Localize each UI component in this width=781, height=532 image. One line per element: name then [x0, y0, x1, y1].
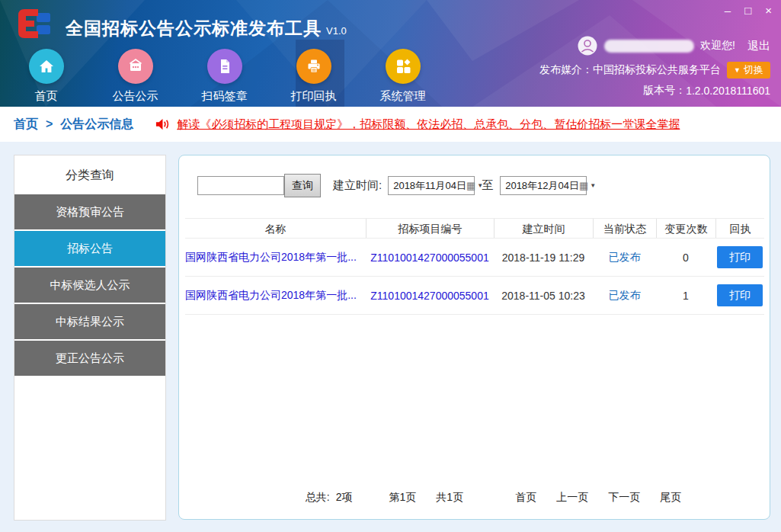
close-button[interactable]: ×: [765, 3, 772, 18]
table-row: 国网陕西省电力公司2018年第一批... Z110100142700005500…: [185, 277, 764, 315]
project-no-link[interactable]: Z1101001427000055001: [366, 252, 494, 264]
avatar-icon: [577, 35, 598, 56]
column-header-created: 建立时间: [494, 219, 593, 238]
header-right-info: 欢迎您! 退出 发布媒介： 中国招标投标公共服务平台 ▼ 切换 版本号： 1.2…: [539, 35, 770, 103]
category-sidebar: 分类查询 资格预审公告 招标公告 中标候选人公示 中标结果公示 更正公告公示: [14, 155, 166, 521]
next-page-button[interactable]: 下一页: [608, 491, 640, 505]
nav-label: 扫码签章: [202, 89, 248, 104]
pagination: 总共: 2项 第1页 共1页 首页 上一页 下一页 尾页: [179, 491, 770, 505]
total-label: 总共:: [306, 491, 330, 505]
version-value: 1.2.0.2018111601: [686, 85, 770, 97]
created-time: 2018-11-05 10:23: [494, 290, 593, 302]
home-icon: [29, 49, 64, 84]
breadcrumb-bar: 首页 > 公告公示信息 解读《必须招标的工程项目规定》，招标限额、依法必招、总承…: [0, 107, 781, 142]
main-panel: 查询 建立时间: 2018年11月04日 ▦ ▼ 至 2018年12月04日 ▦…: [178, 155, 770, 520]
nav-label: 系统管理: [380, 89, 426, 104]
version-row: 版本号： 1.2.0.2018111601: [539, 84, 770, 98]
announcement-table: 名称 招标项目编号 建立时间 当前状态 变更次数 回执 国网陕西省电力公司201…: [185, 218, 764, 315]
nav-label: 首页: [35, 89, 58, 104]
change-count: 0: [656, 252, 715, 264]
printer-icon: [296, 49, 331, 84]
publish-media-value: 中国招标投标公共服务平台: [593, 63, 721, 77]
close-icon: ×: [765, 4, 772, 17]
publish-media-row: 发布媒介： 中国招标投标公共服务平台 ▼ 切换: [539, 62, 770, 79]
current-page-label: 第1页: [389, 491, 417, 505]
breadcrumb-current: 公告公示信息: [60, 117, 133, 133]
user-row: 欢迎您! 退出: [539, 35, 770, 56]
breadcrumb-separator: >: [46, 117, 53, 131]
date-to-value: 2018年12月04日: [505, 179, 579, 193]
window-controls: – □ ×: [725, 3, 772, 18]
nav-item-announcements[interactable]: 公告公示: [91, 49, 180, 104]
date-from-value: 2018年11月04日: [393, 179, 466, 193]
date-from-picker[interactable]: 2018年11月04日 ▦ ▼: [388, 176, 475, 195]
nav-item-system-admin[interactable]: 系统管理: [358, 49, 447, 104]
query-button[interactable]: 查询: [284, 174, 321, 197]
publish-media-label: 发布媒介：: [539, 63, 593, 77]
modules-icon: [386, 49, 421, 84]
sidebar-item-result-publicity[interactable]: 中标结果公示: [14, 304, 165, 339]
app-logo: [15, 8, 56, 40]
calendar-icon: ▦: [466, 180, 475, 191]
print-button[interactable]: 打印: [717, 246, 763, 268]
sidebar-item-correction-publicity[interactable]: 更正公告公示: [14, 341, 165, 376]
sidebar-item-tender-announcement[interactable]: 招标公告: [14, 231, 165, 266]
print-button[interactable]: 打印: [717, 284, 763, 306]
welcome-text: 欢迎您!: [700, 39, 735, 53]
date-to-label: 至: [482, 178, 493, 193]
last-page-button[interactable]: 尾页: [660, 491, 681, 505]
announcement-name-link[interactable]: 国网陕西省电力公司2018年第一批...: [185, 289, 366, 303]
sidebar-title: 分类查询: [14, 155, 165, 194]
sidebar-item-prequalification[interactable]: 资格预审公告: [14, 194, 165, 229]
breadcrumb-home[interactable]: 首页: [14, 117, 38, 133]
notice-marquee: 解读《必须招标的工程项目规定》，招标限额、依法必招、总承包、分包、暂估价招标一堂…: [155, 117, 680, 132]
chevron-down-icon: ▼: [590, 182, 596, 189]
project-no-link[interactable]: Z1101001427000055001: [366, 290, 494, 302]
filter-bar: 查询 建立时间: 2018年11月04日 ▦ ▼ 至 2018年12月04日 ▦…: [197, 174, 587, 197]
column-header-project-no: 招标项目编号: [366, 219, 494, 238]
search-input[interactable]: [197, 176, 284, 195]
total-pages-label: 共1页: [436, 491, 463, 505]
username-redacted: [604, 40, 694, 53]
version-label: 版本号：: [643, 84, 686, 98]
notice-link[interactable]: 解读《必须招标的工程项目规定》，招标限额、依法必招、总承包、分包、暂估价招标一堂…: [177, 117, 680, 132]
nav-item-home[interactable]: 首页: [2, 49, 91, 104]
speaker-icon: [155, 117, 169, 131]
column-header-changes: 变更次数: [656, 219, 715, 238]
nav-item-print-receipt[interactable]: 打印回执: [269, 49, 358, 104]
nav-item-scan-sign[interactable]: 扫码签章: [180, 49, 269, 104]
announcement-name-link[interactable]: 国网陕西省电力公司2018年第一批...: [185, 251, 366, 264]
calendar-icon: ▦: [579, 180, 588, 191]
table-row: 国网陕西省电力公司2018年第一批... Z110100142700005500…: [185, 239, 764, 277]
app-version-tag: V1.0: [326, 25, 347, 37]
nav-label: 公告公示: [113, 89, 158, 104]
minimize-button[interactable]: –: [725, 3, 731, 18]
prev-page-button[interactable]: 上一页: [556, 491, 588, 505]
app-title: 全国招标公告公示标准发布工具V1.0: [66, 17, 347, 40]
nav-label: 打印回执: [291, 89, 337, 104]
total-count: 2项: [336, 491, 353, 505]
date-filter-label: 建立时间:: [333, 178, 382, 193]
document-icon: [207, 49, 242, 84]
column-header-receipt: 回执: [715, 219, 764, 238]
first-page-button[interactable]: 首页: [515, 491, 536, 505]
header-banner: 全国招标公告公示标准发布工具V1.0 – □ × 首页 公告公示 扫码签章: [0, 0, 781, 107]
created-time: 2018-11-19 11:29: [494, 252, 593, 264]
maximize-icon: □: [744, 4, 751, 17]
logout-button[interactable]: 退出: [747, 39, 770, 53]
chevron-down-icon: ▼: [734, 66, 741, 74]
sidebar-item-candidate-publicity[interactable]: 中标候选人公示: [14, 268, 165, 303]
status-badge: 已发布: [593, 251, 656, 264]
announcement-icon: [118, 49, 153, 84]
switch-media-button[interactable]: ▼ 切换: [727, 62, 770, 79]
column-header-status: 当前状态: [593, 219, 656, 238]
minimize-icon: –: [725, 4, 731, 17]
change-count: 1: [656, 290, 715, 302]
breadcrumb: 首页 > 公告公示信息: [14, 117, 133, 133]
main-nav: 首页 公告公示 扫码签章 打印回执 系统管理: [2, 49, 447, 104]
table-header-row: 名称 招标项目编号 建立时间 当前状态 变更次数 回执: [185, 218, 764, 239]
maximize-button[interactable]: □: [744, 3, 751, 18]
switch-label: 切换: [744, 63, 763, 77]
date-to-picker[interactable]: 2018年12月04日 ▦ ▼: [500, 176, 587, 195]
column-header-name: 名称: [185, 219, 366, 238]
